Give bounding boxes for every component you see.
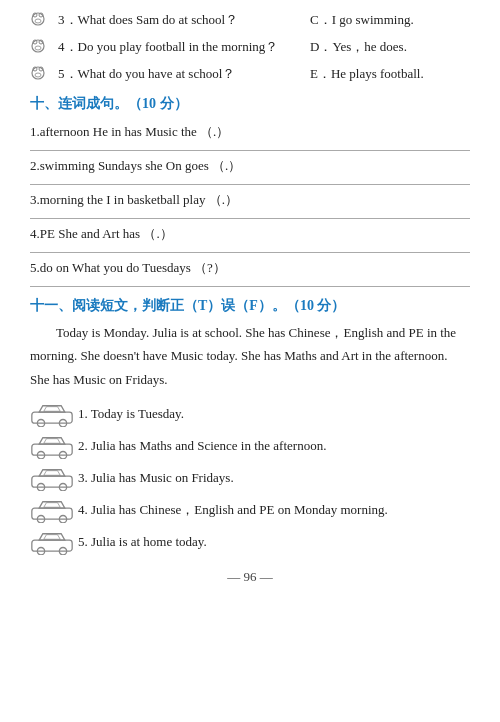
true-false-text-5: 5. Julia is at home today. — [78, 532, 207, 553]
true-false-text-1: 1. Today is Tuesday. — [78, 404, 184, 425]
true-false-item-3: 3. Julia has Music on Fridays. — [30, 465, 470, 491]
section11: 十一、阅读短文，判断正（T）误（F）。（10 分） Today is Monda… — [30, 297, 470, 555]
reorder-item-1: 1.afternoon He in has Music the （.） — [30, 119, 470, 151]
svg-point-3 — [35, 19, 41, 23]
true-false-item-1: 1. Today is Tuesday. — [30, 401, 470, 427]
question-row-5: 5．What do you have at school？ E．He plays… — [30, 64, 470, 87]
question-text-5: 5．What do you have at school？ — [58, 64, 310, 85]
section11-header: 十一、阅读短文，判断正（T）误（F）。（10 分） — [30, 297, 470, 315]
true-false-item-5: 5. Julia is at home today. — [30, 529, 470, 555]
section10: 十、连词成句。（10 分） 1.afternoon He in has Musi… — [30, 95, 470, 287]
car-icon-1 — [30, 401, 74, 427]
animal-icon-3 — [30, 11, 58, 33]
question-row-4: 4．Do you play football in the morning？ D… — [30, 37, 470, 60]
animal-icon-5 — [30, 65, 58, 87]
true-false-item-4: 4. Julia has Chinese，English and PE on M… — [30, 497, 470, 523]
true-false-text-2: 2. Julia has Maths and Science in the af… — [78, 436, 326, 457]
reorder-item-3: 3.morning the I in basketball play （.） — [30, 187, 470, 219]
question-row-3: 3．What does Sam do at school？ C．I go swi… — [30, 10, 470, 33]
reorder-list: 1.afternoon He in has Music the （.）2.swi… — [30, 119, 470, 287]
car-icon-3 — [30, 465, 74, 491]
true-false-list: 1. Today is Tuesday. 2. Julia has Maths … — [30, 401, 470, 555]
answer-option-3: C．I go swimming. — [310, 10, 470, 31]
true-false-item-2: 2. Julia has Maths and Science in the af… — [30, 433, 470, 459]
question-text-4: 4．Do you play football in the morning？ — [58, 37, 310, 58]
reorder-item-5: 5.do on What you do Tuesdays （?） — [30, 255, 470, 287]
section10-header: 十、连词成句。（10 分） — [30, 95, 470, 113]
page-number: — 96 — — [30, 569, 470, 585]
true-false-text-3: 3. Julia has Music on Fridays. — [78, 468, 234, 489]
answer-option-4: D．Yes，he does. — [310, 37, 470, 58]
true-false-text-4: 4. Julia has Chinese，English and PE on M… — [78, 500, 388, 521]
reorder-item-2: 2.swimming Sundays she On goes （.） — [30, 153, 470, 185]
page-num-value: 96 — [244, 569, 257, 584]
car-icon-5 — [30, 529, 74, 555]
svg-point-7 — [35, 46, 41, 50]
car-icon-2 — [30, 433, 74, 459]
answer-option-5: E．He plays football. — [310, 64, 470, 85]
svg-point-11 — [35, 73, 41, 77]
animal-icon-4 — [30, 38, 58, 60]
reading-passage: Today is Monday. Julia is at school. She… — [30, 321, 470, 391]
question-text-3: 3．What does Sam do at school？ — [58, 10, 310, 31]
car-icon-4 — [30, 497, 74, 523]
reorder-item-4: 4.PE She and Art has （.） — [30, 221, 470, 253]
top-questions-section: 3．What does Sam do at school？ C．I go swi… — [30, 10, 470, 87]
